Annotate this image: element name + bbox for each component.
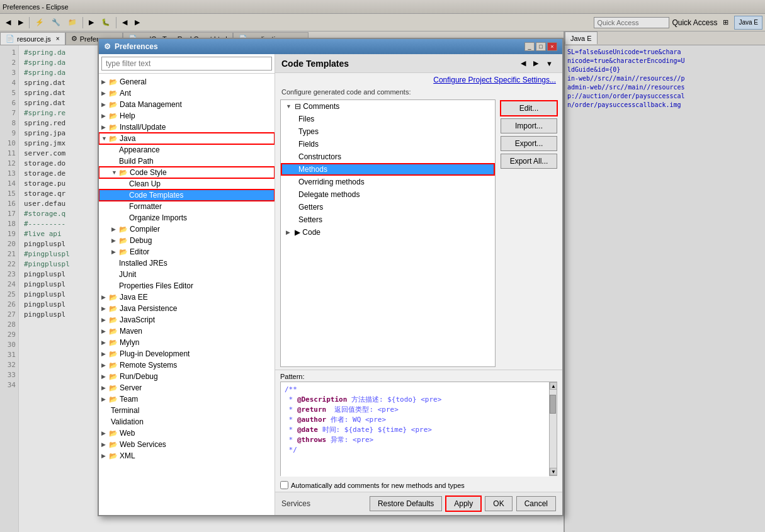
- modal-overlay: [0, 0, 765, 31]
